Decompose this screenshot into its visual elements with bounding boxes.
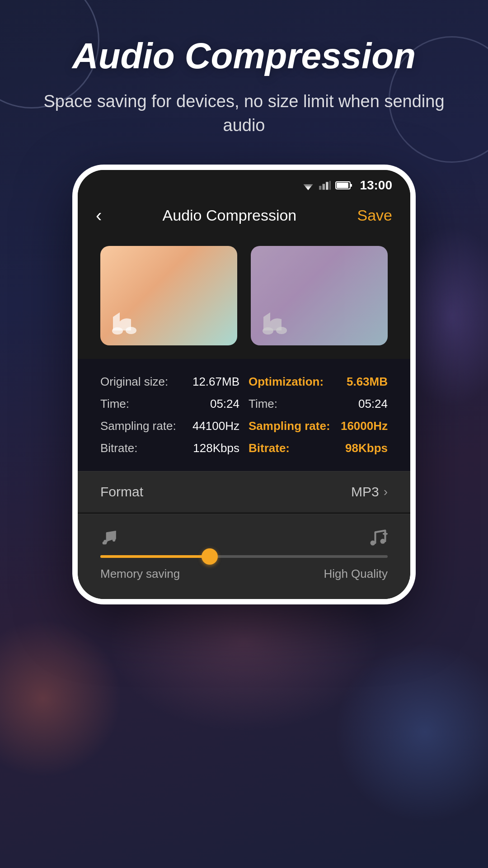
app-header: ‹ Audio Compression Save xyxy=(78,196,410,237)
status-bar: 13:00 xyxy=(78,170,410,196)
svg-rect-5 xyxy=(326,182,328,190)
original-size-label: Original size: xyxy=(100,375,168,389)
save-button[interactable]: Save xyxy=(357,207,393,224)
format-value-container: MP3 › xyxy=(351,484,388,500)
phone-mockup: 13:00 ‹ Audio Compression Save xyxy=(72,165,416,604)
quality-left-label: Memory saving xyxy=(100,567,180,581)
svg-point-17 xyxy=(112,537,116,541)
svg-rect-6 xyxy=(329,181,331,190)
original-bitrate-row: Bitrate: 128Kbps xyxy=(100,441,239,455)
original-time-row: Time: 05:24 xyxy=(100,397,239,411)
optimized-bitrate-label: Bitrate: xyxy=(249,441,290,455)
music-note-small-icon xyxy=(100,529,117,547)
original-sampling-label: Sampling rate: xyxy=(100,419,176,433)
original-sampling-value: 44100Hz xyxy=(192,419,239,433)
original-thumbnail xyxy=(100,246,237,345)
optimized-bitrate-value: 98Kbps xyxy=(345,441,388,455)
wifi-icon xyxy=(302,180,314,190)
original-size-row: Original size: 12.67MB xyxy=(100,375,239,389)
original-bitrate-value: 128Kbps xyxy=(193,441,239,455)
svg-point-19 xyxy=(380,539,385,544)
optimized-size-row: Optimization: 5.63MB xyxy=(249,375,388,389)
optimized-time-label: Time: xyxy=(249,397,277,411)
app-header-title: Audio Compression xyxy=(163,207,297,224)
optimized-sampling-row: Sampling rate: 16000Hz xyxy=(249,419,388,433)
page-subtitle: Space saving for devices, no size limit … xyxy=(0,90,488,137)
format-value-text: MP3 xyxy=(351,484,379,500)
optimized-thumbnail xyxy=(251,246,388,345)
thumbnails-row xyxy=(78,237,410,359)
original-size-value: 12.67MB xyxy=(192,375,239,389)
optimized-time-value: 05:24 xyxy=(358,397,388,411)
back-button[interactable]: ‹ xyxy=(96,205,102,226)
format-label: Format xyxy=(100,484,143,500)
original-time-label: Time: xyxy=(100,397,129,411)
optimized-audio-icon xyxy=(259,306,291,337)
chevron-right-icon: › xyxy=(384,485,388,499)
svg-point-16 xyxy=(103,540,107,543)
svg-marker-2 xyxy=(307,188,310,190)
status-time: 13:00 xyxy=(360,178,392,193)
quality-right-label: High Quality xyxy=(324,567,388,581)
phone-screen: 13:00 ‹ Audio Compression Save xyxy=(78,170,410,599)
svg-point-13 xyxy=(276,327,287,334)
svg-rect-9 xyxy=(351,184,352,187)
optimized-bitrate-row: Bitrate: 98Kbps xyxy=(249,441,388,455)
quality-labels: Memory saving High Quality xyxy=(100,567,388,581)
quality-icons-row xyxy=(100,528,388,548)
quality-slider-fill xyxy=(100,555,210,558)
optimized-size-value: 5.63MB xyxy=(347,375,388,389)
battery-icon xyxy=(335,181,352,190)
original-sampling-row: Sampling rate: 44100Hz xyxy=(100,419,239,433)
status-icons xyxy=(302,180,352,190)
svg-rect-8 xyxy=(337,183,348,188)
music-note-large-icon xyxy=(368,528,388,548)
stats-panel: Original size: 12.67MB Optimization: 5.6… xyxy=(78,359,410,471)
quality-slider-track[interactable] xyxy=(100,555,388,558)
optimized-time-row: Time: 05:24 xyxy=(249,397,388,411)
svg-point-10 xyxy=(112,327,123,335)
quality-slider-thumb[interactable] xyxy=(202,548,218,565)
original-bitrate-label: Bitrate: xyxy=(100,441,137,455)
page-content: Audio Compression Space saving for devic… xyxy=(0,0,488,604)
svg-rect-4 xyxy=(323,184,325,190)
original-time-value: 05:24 xyxy=(210,397,239,411)
svg-rect-3 xyxy=(319,186,321,190)
svg-point-18 xyxy=(371,541,375,546)
optimized-sampling-value: 16000Hz xyxy=(341,419,388,433)
optimized-sampling-label: Sampling rate: xyxy=(249,419,330,433)
format-row[interactable]: Format MP3 › xyxy=(78,471,410,512)
page-title: Audio Compression xyxy=(72,36,416,76)
optimized-size-label: Optimization: xyxy=(249,375,324,389)
signal-icon xyxy=(319,180,331,190)
svg-point-12 xyxy=(263,327,273,335)
quality-panel: Memory saving High Quality xyxy=(78,514,410,599)
original-audio-icon xyxy=(108,306,140,337)
svg-point-11 xyxy=(126,327,136,334)
